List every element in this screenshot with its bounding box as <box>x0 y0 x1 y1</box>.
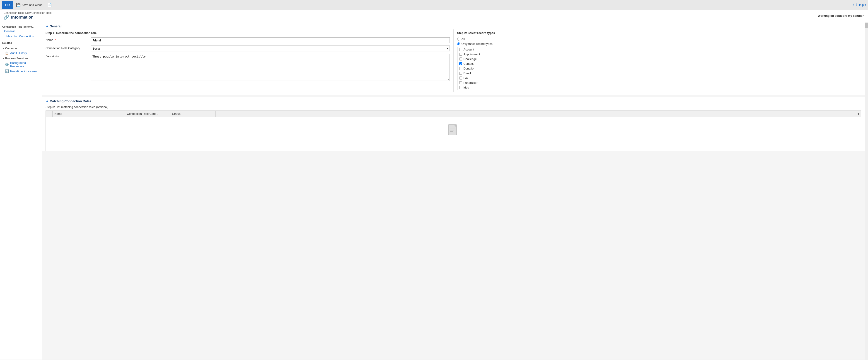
save-and-close-button[interactable]: 💾 Save and Close <box>14 1 44 9</box>
content-area: ◄ General Step 1: Describe the connectio… <box>42 22 865 360</box>
table-col-category-header[interactable]: Connection Role Cate... <box>125 111 170 117</box>
record-type-challenge[interactable]: Challenge <box>458 57 861 61</box>
idea-label: Idea <box>464 86 469 89</box>
background-processes-label: Background Processes <box>10 61 39 68</box>
record-type-account[interactable]: Account <box>458 47 861 52</box>
only-these-radio-label[interactable]: Only these record types: <box>462 42 494 45</box>
fax-label: Fax <box>464 76 469 80</box>
step2-label: Step 2: Select record types <box>457 31 862 35</box>
help-circle-icon: ⓘ <box>853 2 857 7</box>
realtime-processes-label: Real-time Processes <box>10 69 37 73</box>
matching-section-arrow[interactable]: ◄ <box>45 100 48 103</box>
appointment-checkbox[interactable] <box>459 53 462 56</box>
audit-history-label: Audit History <box>10 52 27 55</box>
general-item-label: General <box>4 29 14 33</box>
title-area: Connection Role: New Connection Role 🔗 I… <box>0 10 868 22</box>
common-group-header: Common <box>0 45 42 51</box>
related-header: Related <box>0 39 42 45</box>
record-type-fundraiser[interactable]: Fundraiser <box>458 80 861 85</box>
title-block: Connection Role: New Connection Role 🔗 I… <box>4 11 52 20</box>
category-label: Connection Role Category <box>45 45 91 50</box>
record-type-email[interactable]: Email <box>458 71 861 76</box>
all-radio[interactable] <box>457 38 460 40</box>
record-type-contact[interactable]: Contact <box>458 61 861 66</box>
fax-checkbox[interactable] <box>459 76 462 79</box>
svg-rect-3 <box>450 130 454 130</box>
only-these-radio-row: Only these record types: <box>457 42 862 45</box>
svg-rect-4 <box>450 131 453 132</box>
description-input[interactable]: These people interact socially <box>91 54 450 81</box>
matching-table-body <box>45 117 861 151</box>
right-scrollbar[interactable] <box>865 22 868 360</box>
donation-checkbox[interactable] <box>459 67 462 70</box>
breadcrumb: Connection Role: New Connection Role <box>4 11 52 14</box>
category-select-wrap: Social Business Family Other ▼ <box>91 45 450 52</box>
step2-col: Step 2: Select record types All Only the… <box>453 29 865 92</box>
account-checkbox[interactable] <box>459 48 462 51</box>
contact-label: Contact <box>464 62 474 65</box>
record-types-list: Account Appointment Challenge Contact <box>457 47 862 90</box>
sidebar: Connection Role : Inform... General Matc… <box>0 22 42 360</box>
extra-action-button[interactable]: 📄 <box>45 1 54 9</box>
contact-checkbox[interactable] <box>459 62 462 65</box>
record-type-fax[interactable]: Fax <box>458 76 861 80</box>
sidebar-item-matching[interactable]: Matching Connection... <box>0 34 42 39</box>
step1-label: Step 1: Describe the connection role <box>45 31 450 35</box>
sidebar-conn-role-header: Connection Role : Inform... <box>0 24 42 29</box>
table-col-name-header[interactable]: Name <box>53 111 125 117</box>
realtime-icon: 🔄 <box>5 69 9 73</box>
sidebar-item-realtime-processes[interactable]: 🔄 Real-time Processes <box>0 69 42 74</box>
name-row: Name * <box>45 37 450 43</box>
matching-table-header: Name Connection Role Cate... Status ▼ <box>45 110 861 117</box>
email-label: Email <box>464 71 471 75</box>
challenge-checkbox[interactable] <box>459 58 462 61</box>
audit-icon: 📋 <box>5 51 9 55</box>
table-col-check-header <box>46 111 53 117</box>
step3-label: Step 3: List matching connection roles (… <box>45 105 108 109</box>
empty-state <box>46 117 861 151</box>
account-label: Account <box>464 48 474 51</box>
file-button[interactable]: File <box>2 1 13 9</box>
process-sessions-group-header: Process Sessions <box>0 56 42 61</box>
all-radio-label[interactable]: All <box>462 37 465 41</box>
help-button[interactable]: ⓘ Help ▾ <box>853 2 866 7</box>
general-section-arrow[interactable]: ◄ <box>45 25 48 28</box>
matching-item-label: Matching Connection... <box>6 35 36 38</box>
idea-checkbox[interactable] <box>459 86 462 89</box>
filter-icon: ▼ <box>857 112 860 116</box>
description-field: These people interact socially <box>91 54 450 81</box>
scrollbar-thumb[interactable] <box>865 23 868 28</box>
table-col-status-header[interactable]: Status <box>170 111 216 117</box>
sidebar-item-audit-history[interactable]: 📋 Audit History <box>0 51 42 56</box>
category-row: Connection Role Category Social Business… <box>45 45 450 52</box>
title-icon: 🔗 <box>4 14 9 20</box>
bg-process-icon: ⚙️ <box>5 63 9 66</box>
step3-label-wrap: Step 3: List matching connection roles (… <box>42 104 865 110</box>
matching-section-label: Matching Connection Roles <box>50 99 91 103</box>
name-field <box>91 37 450 43</box>
record-type-idea[interactable]: Idea <box>458 85 861 90</box>
category-field: Social Business Family Other ▼ <box>91 45 450 52</box>
matching-section-header: ◄ Matching Connection Roles <box>42 97 865 104</box>
name-input[interactable] <box>91 37 450 43</box>
record-type-donation[interactable]: Donation <box>458 66 861 71</box>
page-title: Information <box>11 15 34 20</box>
record-type-appointment[interactable]: Appointment <box>458 52 861 57</box>
step1-col: Step 1: Describe the connection role Nam… <box>42 29 453 92</box>
category-select[interactable]: Social Business Family Other <box>91 45 450 52</box>
donation-label: Donation <box>464 67 475 70</box>
main-layout: Connection Role : Inform... General Matc… <box>0 22 868 360</box>
description-row: Description These people interact social… <box>45 54 450 81</box>
common-label: Common <box>5 47 17 50</box>
sidebar-item-background-processes[interactable]: ⚙️ Background Processes <box>0 61 42 69</box>
fundraiser-checkbox[interactable] <box>459 81 462 84</box>
challenge-label: Challenge <box>464 57 477 61</box>
matching-section: ◄ Matching Connection Roles Step 3: List… <box>42 95 865 151</box>
email-checkbox[interactable] <box>459 72 462 75</box>
table-filter-button[interactable]: ▼ <box>857 112 860 116</box>
appointment-label: Appointment <box>464 53 480 56</box>
required-star: * <box>55 38 56 42</box>
general-section-label: General <box>50 25 61 28</box>
only-these-radio[interactable] <box>457 42 460 45</box>
sidebar-item-general[interactable]: General <box>0 29 42 34</box>
